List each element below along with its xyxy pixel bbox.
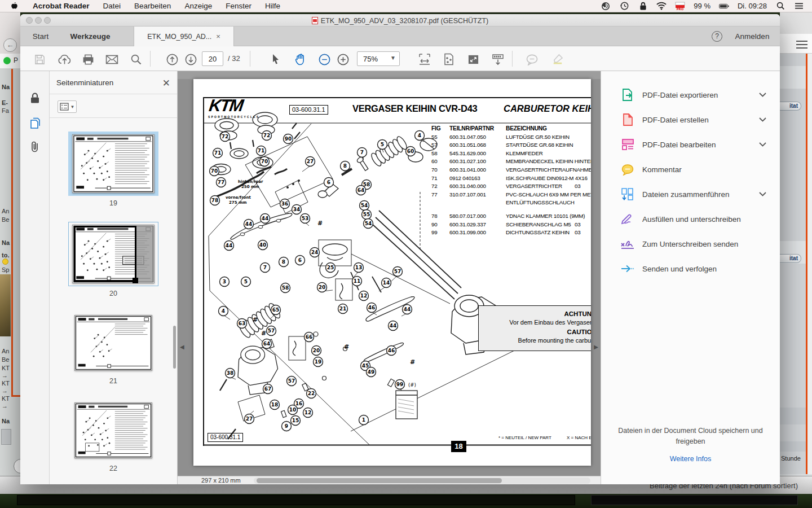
menu-bearbeiten[interactable]: Bearbeiten (134, 2, 171, 10)
tool-send-and-track[interactable]: Senden und verfolgen (601, 256, 780, 281)
zoom-out-icon[interactable] (317, 52, 331, 66)
spotlight-search-icon[interactable] (775, 2, 785, 11)
zoom-level-dropdown[interactable]: 75% ▼ (357, 51, 400, 66)
zitat-button-fragment[interactable]: itat (780, 102, 801, 111)
actual-size-icon[interactable] (442, 52, 456, 66)
part-callout: 54 (360, 201, 369, 211)
browser-menu-icon[interactable] (796, 41, 807, 49)
chevron-down-icon[interactable] (759, 142, 766, 147)
tab-start[interactable]: Start (28, 27, 53, 46)
tab-document[interactable]: ETK_MO_950_AD...× (134, 27, 234, 46)
apple-menu-icon[interactable] (9, 2, 19, 11)
menu-datei[interactable]: Datei (103, 2, 121, 10)
next-page-icon[interactable] (184, 52, 197, 66)
forum-text-fragment: Be (2, 356, 9, 363)
menu-app-name[interactable]: Acrobat Reader (33, 2, 90, 10)
svg-text:20: 20 (313, 348, 320, 353)
browser-back-button[interactable]: ← (3, 38, 17, 52)
expand-right-pane-icon[interactable]: ▶ (594, 344, 598, 350)
part-callout: 14 (382, 278, 391, 288)
menu-anzeige[interactable]: Anzeige (184, 2, 212, 10)
page-thumbnail-19[interactable]: 19 (68, 132, 158, 207)
page-thumbnail-22[interactable]: 22 (70, 400, 156, 472)
collapse-left-pane-icon[interactable]: ◀ (180, 344, 184, 350)
panel-title: Seitenminiaturen (56, 78, 113, 87)
wifi-icon[interactable] (656, 2, 667, 11)
macos-menu-bar: Acrobat Reader Datei Bearbeiten Anzeige … (0, 0, 812, 12)
svg-text:55: 55 (363, 212, 370, 217)
time-machine-icon[interactable] (619, 2, 629, 11)
parts-table-row: 70600.31.041.000VERGASERTRICHTERAUFNAHME… (431, 167, 591, 175)
page-thumbnails-icon[interactable] (28, 116, 42, 130)
svg-text:27: 27 (246, 416, 253, 422)
tool-combine-files[interactable]: Dateien zusammenführen (601, 182, 780, 207)
part-callout: 27 (306, 157, 315, 167)
page-thumbnail-21[interactable]: 21 (70, 312, 156, 385)
svg-text:70: 70 (211, 168, 218, 174)
close-tab-icon[interactable]: × (216, 32, 220, 41)
sidebar-scrollbar[interactable] (173, 326, 176, 369)
comment-tool-icon[interactable] (526, 52, 539, 66)
document-view-area[interactable]: ◀ ▶ (178, 71, 601, 484)
spiral-status-icon[interactable] (601, 2, 611, 11)
hand-tool-icon[interactable] (294, 52, 307, 66)
page-number-input[interactable] (202, 51, 223, 66)
close-panel-icon[interactable]: ✕ (162, 77, 170, 89)
zitat-button-fragment[interactable]: itat (780, 254, 801, 263)
fullscreen-icon[interactable] (466, 52, 480, 66)
parts-table-row: 55600.31.047.050LUFTDÜSE GR.50 KEIHIN (431, 134, 591, 142)
part-callout: 11 (352, 277, 362, 286)
menu-fenster[interactable]: Fenster (226, 2, 251, 10)
print-icon[interactable] (81, 52, 95, 66)
email-icon[interactable] (105, 52, 118, 66)
security-lock-icon[interactable] (28, 91, 42, 105)
tool-fill-sign[interactable]: Ausfüllen und unterschreiben (601, 207, 780, 231)
fit-width-icon[interactable] (418, 52, 431, 66)
chevron-down-icon[interactable] (759, 117, 766, 122)
thumbnail-viewport-indicator[interactable] (74, 226, 136, 282)
horizontal-scrollbar-thumb[interactable] (257, 478, 502, 483)
forum-edit-icon[interactable] (14, 459, 20, 474)
menu-clock-label[interactable]: Di. 09:28 (738, 2, 767, 10)
thumbnail-options-button[interactable]: ▼ (58, 100, 77, 113)
tool-edit-pdf[interactable]: PDF-Datei bearbeiten (601, 132, 780, 157)
chevron-down-icon[interactable] (759, 192, 766, 196)
svg-text:71: 71 (214, 150, 222, 156)
part-callout: 60 (406, 147, 416, 156)
highlight-tool-icon[interactable] (551, 52, 564, 66)
menu-hilfe[interactable]: Hilfe (265, 2, 280, 10)
search-icon[interactable] (129, 52, 143, 66)
hide-toolbar-icon[interactable] (491, 52, 505, 66)
part-callout: 20 (317, 283, 327, 292)
pdf-page[interactable]: hinten/rear 250 mm vorne/front 275 mm (#… (193, 79, 591, 466)
window-title-bar[interactable]: ETK_MO_950_ADV_03_3208107.pdf (GESCHÜTZT… (20, 14, 780, 27)
sign-in-link[interactable]: Anmelden (730, 27, 775, 46)
tool-export-pdf[interactable]: PDF-Datei exportieren (601, 82, 780, 107)
chevron-down-icon[interactable] (759, 93, 766, 97)
select-tool-icon[interactable] (269, 52, 283, 66)
promo-line2: freigeben (676, 437, 705, 445)
share-upload-icon[interactable] (58, 52, 71, 66)
svg-text:34: 34 (293, 207, 301, 212)
tab-werkzeuge[interactable]: Werkzeuge (62, 27, 118, 46)
tool-send-for-signature[interactable]: Zum Unterschreiben senden (601, 231, 780, 256)
page-thumbnail-20[interactable]: 20 (68, 222, 158, 297)
horizontal-scrollbar[interactable] (254, 478, 590, 484)
forum-text-fragment: → (2, 387, 8, 394)
svg-text:275 mm: 275 mm (229, 200, 247, 205)
tool-comment[interactable]: Kommentar (601, 157, 780, 182)
zoom-in-icon[interactable] (336, 52, 350, 66)
svg-text:25: 25 (327, 265, 334, 270)
weitere-infos-link[interactable]: Weitere Infos (670, 455, 711, 463)
svg-text:60: 60 (407, 148, 414, 154)
vpn-pro-flag-icon[interactable]: PRO (675, 2, 685, 11)
save-icon[interactable] (33, 52, 46, 66)
lock-status-icon[interactable] (638, 2, 648, 11)
attachments-paperclip-icon[interactable] (28, 140, 42, 154)
thumbnail-page-label: 20 (109, 290, 117, 297)
tool-create-pdf[interactable]: PDF-Datei erstellen (601, 107, 780, 132)
diagram-title-de: VERGASER KEIHIN CVR-D43 (352, 103, 477, 114)
notification-center-icon[interactable] (794, 2, 804, 11)
previous-page-icon[interactable] (165, 52, 179, 66)
help-icon[interactable]: ? (712, 31, 722, 42)
